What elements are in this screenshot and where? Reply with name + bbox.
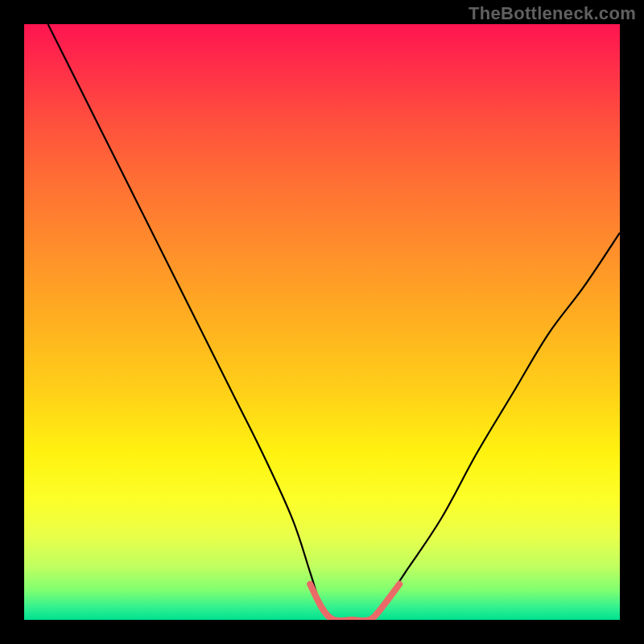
watermark-text: TheBottleneck.com	[469, 3, 636, 24]
chart-canvas	[24, 24, 620, 620]
plot-area	[24, 24, 620, 620]
chart-frame: TheBottleneck.com	[0, 0, 644, 644]
gradient-background	[24, 24, 620, 620]
